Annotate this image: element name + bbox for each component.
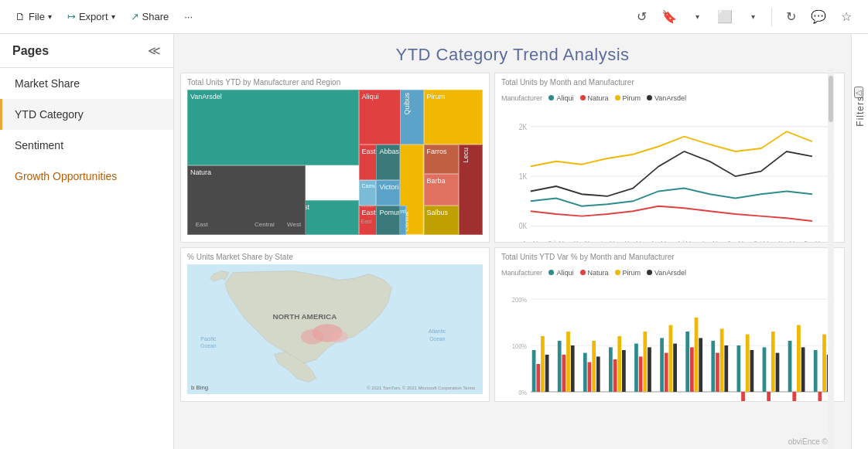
svg-rect-90 bbox=[776, 352, 780, 391]
svg-rect-88 bbox=[767, 392, 771, 403]
watermark: obviEnce © bbox=[788, 437, 828, 446]
vertical-scrollbar[interactable] bbox=[828, 68, 834, 449]
export-button[interactable]: ↦ Export ▾ bbox=[61, 8, 121, 26]
more-label: ··· bbox=[184, 11, 193, 22]
map-svg: NORTH AMERICA Pacific Ocean Atlantic Oce… bbox=[187, 264, 483, 394]
svg-rect-74 bbox=[673, 343, 677, 391]
treemap-chart: Total Units YTD by Manufacturer and Regi… bbox=[180, 73, 490, 243]
svg-text:NORTH AMERICA: NORTH AMERICA bbox=[272, 312, 337, 321]
treemap-cell-aliqui: Aliqui bbox=[362, 93, 379, 101]
svg-rect-96 bbox=[818, 392, 822, 403]
svg-rect-62 bbox=[596, 356, 600, 392]
file-label: File bbox=[29, 11, 45, 22]
svg-rect-57 bbox=[566, 332, 570, 392]
svg-rect-89 bbox=[771, 332, 775, 392]
svg-rect-53 bbox=[541, 336, 545, 392]
svg-text:0%: 0% bbox=[518, 387, 527, 396]
comment-button[interactable]: 💬 bbox=[806, 5, 831, 29]
line-legend: Aliqui Natura Pirum VanArsdel bbox=[548, 94, 685, 102]
filters-label[interactable]: Filters bbox=[855, 96, 866, 127]
svg-rect-52 bbox=[536, 364, 540, 392]
undo-button[interactable]: ↺ bbox=[629, 5, 654, 29]
file-icon: 🗋 bbox=[15, 11, 26, 22]
export-icon: ↦ bbox=[67, 11, 76, 22]
treemap-cell-east-natura: East bbox=[196, 221, 208, 229]
sidebar-title: Pages bbox=[12, 44, 49, 58]
sidebar-item-sentiment[interactable]: Sentiment bbox=[0, 130, 173, 161]
svg-rect-59 bbox=[583, 352, 587, 391]
page-title: YTD Category Trend Analysis bbox=[174, 34, 851, 73]
charts-grid: Total Units YTD by Manufacturer and Regi… bbox=[174, 73, 851, 449]
svg-text:Ocean: Ocean bbox=[429, 336, 445, 342]
map-title: % Units Market Share by State bbox=[187, 253, 483, 261]
svg-text:b Bing: b Bing bbox=[191, 384, 208, 391]
svg-text:Aug 14: Aug 14 bbox=[702, 240, 718, 243]
svg-text:Nov 14: Nov 14 bbox=[778, 240, 795, 243]
file-button[interactable]: 🗋 File ▾ bbox=[9, 8, 58, 26]
svg-text:Jul 14: Jul 14 bbox=[678, 240, 692, 243]
svg-text:2K: 2K bbox=[519, 121, 528, 131]
treemap-cell-abbas: Abbas bbox=[379, 148, 399, 156]
svg-rect-87 bbox=[763, 347, 767, 392]
content-inner: YTD Category Trend Analysis Total Units … bbox=[174, 34, 851, 449]
svg-text:Jan 14: Jan 14 bbox=[523, 240, 538, 243]
sidebar-header: Pages ≪ bbox=[0, 34, 173, 68]
svg-text:Pacific: Pacific bbox=[200, 336, 217, 342]
view-button[interactable]: ⬜ bbox=[713, 5, 737, 29]
sidebar-item-growth-opportunities[interactable]: Growth Opportunities bbox=[0, 161, 173, 192]
sidebar-item-market-share[interactable]: Market Share bbox=[0, 68, 173, 99]
treemap-title: Total Units YTD by Manufacturer and Regi… bbox=[187, 78, 483, 87]
svg-rect-72 bbox=[665, 352, 668, 391]
svg-rect-76 bbox=[690, 347, 694, 392]
treemap-cell-victoria: Victoria bbox=[379, 183, 400, 192]
svg-text:1K: 1K bbox=[519, 171, 528, 181]
sidebar: Pages ≪ Market Share YTD Category Sentim… bbox=[0, 34, 174, 449]
refresh-button[interactable]: ↻ bbox=[778, 5, 803, 29]
svg-rect-55 bbox=[558, 341, 562, 392]
svg-rect-85 bbox=[746, 334, 750, 391]
svg-rect-51 bbox=[532, 350, 536, 392]
bookmark-button[interactable]: 🔖 bbox=[657, 5, 682, 29]
share-label: Share bbox=[142, 11, 169, 22]
treemap-cell-west-natura: West bbox=[287, 221, 301, 229]
svg-text:0K: 0K bbox=[519, 221, 528, 231]
svg-rect-60 bbox=[588, 362, 592, 391]
svg-rect-77 bbox=[695, 318, 699, 392]
sidebar-collapse-button[interactable]: ≪ bbox=[148, 43, 161, 58]
treemap-cell-lecu: Lecu bbox=[462, 148, 470, 163]
line-chart: Total Units by Month and Manufacturer Ma… bbox=[494, 73, 845, 243]
svg-rect-63 bbox=[609, 347, 613, 392]
bookmark-chevron-button[interactable]: ▾ bbox=[685, 5, 709, 29]
svg-text:100%: 100% bbox=[512, 341, 528, 349]
favorite-button[interactable]: ☆ bbox=[834, 5, 859, 29]
view-chevron-button[interactable]: ▾ bbox=[740, 5, 765, 29]
svg-rect-95 bbox=[814, 350, 818, 392]
treemap-cell-barba: Barba bbox=[427, 177, 446, 185]
treemap-cell-east-west-bottom: West bbox=[361, 202, 374, 209]
svg-rect-73 bbox=[669, 325, 673, 391]
map-visual: NORTH AMERICA Pacific Ocean Atlantic Oce… bbox=[187, 264, 483, 394]
svg-rect-93 bbox=[797, 325, 801, 391]
share-button[interactable]: ↗ Share bbox=[125, 8, 176, 26]
svg-rect-97 bbox=[822, 334, 826, 391]
treemap-cell-pomum: Pomum bbox=[379, 209, 400, 217]
svg-rect-70 bbox=[648, 347, 651, 392]
share-icon: ↗ bbox=[131, 11, 139, 22]
svg-point-24 bbox=[330, 331, 348, 343]
treemap-cell-pirum: Pirum bbox=[427, 93, 446, 101]
map-chart: % Units Market Share by State bbox=[180, 247, 490, 402]
file-chevron-icon: ▾ bbox=[48, 12, 52, 21]
svg-text:© 2021 TomTom, © 2021 Microsof: © 2021 TomTom, © 2021 Microsoft Corporat… bbox=[367, 386, 475, 390]
more-button[interactable]: ··· bbox=[178, 8, 199, 26]
sidebar-item-ytd-category[interactable]: YTD Category bbox=[0, 99, 173, 130]
svg-rect-67 bbox=[634, 343, 638, 391]
svg-text:Oct 14: Oct 14 bbox=[754, 240, 769, 243]
svg-rect-83 bbox=[737, 345, 741, 392]
svg-text:Mar 14: Mar 14 bbox=[574, 240, 590, 243]
scrollbar-thumb[interactable] bbox=[829, 76, 833, 122]
svg-rect-84 bbox=[741, 392, 745, 403]
export-chevron-icon: ▾ bbox=[111, 12, 115, 21]
svg-rect-79 bbox=[711, 341, 715, 392]
svg-rect-86 bbox=[750, 350, 754, 392]
treemap-cell-natura: Natura bbox=[190, 168, 211, 177]
